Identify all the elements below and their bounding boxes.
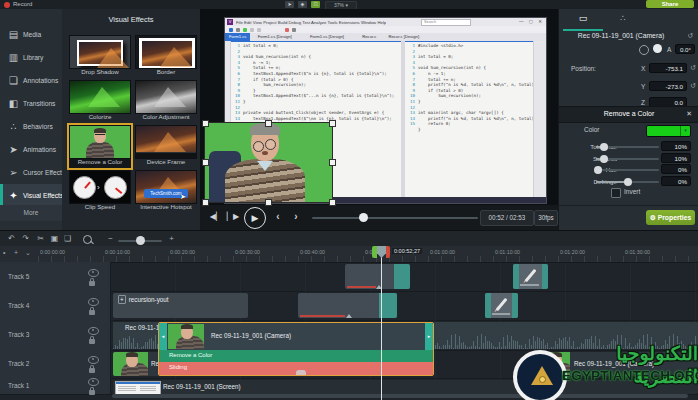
chevron-down-icon[interactable]: ▾ <box>680 126 690 136</box>
clip-handle[interactable] <box>512 293 518 318</box>
drag-grip[interactable] <box>296 370 306 375</box>
y-reset-icon[interactable]: ↺ <box>690 82 696 90</box>
sidebar-item-media[interactable]: ▤Media <box>0 23 62 46</box>
clip-camera-selected[interactable]: Rec 09-11-19_001 (Camera)◂▸Remove a Colo… <box>158 322 434 376</box>
crop-tool-icon[interactable]: ⊡ <box>311 1 320 8</box>
chevron-down-icon[interactable]: ⌄ <box>25 249 31 257</box>
zoom-timeline-icon[interactable] <box>83 235 92 244</box>
clip-trim-handle-left[interactable]: ◂ <box>159 323 167 350</box>
eye-icon[interactable] <box>88 269 99 277</box>
properties-button[interactable]: ⚙ Properties <box>646 210 695 225</box>
undo-icon[interactable]: ↶ <box>5 233 18 245</box>
rotation-knob[interactable] <box>653 44 662 53</box>
playhead-out-handle[interactable] <box>386 246 390 258</box>
lock-icon[interactable] <box>89 368 95 373</box>
copy-icon[interactable]: ▣ <box>48 233 61 245</box>
tolerance-slider[interactable] <box>596 146 659 148</box>
record-icon[interactable] <box>4 2 10 8</box>
y-field[interactable]: -273.0 <box>649 81 687 91</box>
magnet-tool-icon[interactable]: ◈ <box>298 1 307 8</box>
clip-screen[interactable]: Rec 09-11-19_001 (Screen) <box>113 380 698 394</box>
slider-knob[interactable] <box>594 166 602 174</box>
effect-item-clock[interactable]: ›Clip Speed <box>69 170 131 213</box>
horizontal-scrollbar[interactable] <box>112 394 688 398</box>
reset-all-icon[interactable]: ↺ <box>687 32 693 40</box>
eye-icon[interactable] <box>88 298 99 306</box>
effect-item-remove-color[interactable]: Remove a Color <box>69 125 131 168</box>
paste-icon[interactable]: ❏ <box>61 233 74 245</box>
clip-track4-image[interactable] <box>485 293 518 318</box>
selection-handle[interactable] <box>265 199 272 206</box>
sidebar-item-annotations[interactable]: ❏Annotations <box>0 69 62 92</box>
selection-handle[interactable] <box>202 159 209 166</box>
sidebar-item-animations[interactable]: ➤Animations <box>0 138 62 161</box>
play-button[interactable]: ▶ <box>244 207 266 229</box>
step-back-button[interactable]: ◀▏ <box>208 210 224 224</box>
tab-behaviors-properties[interactable]: ∴ <box>603 13 643 29</box>
slider-knob[interactable] <box>600 155 608 163</box>
redo-icon[interactable]: ↷ <box>19 233 32 245</box>
effect-item-hotspot[interactable]: TechSmith.com➤Interactive Hotspot <box>135 170 197 213</box>
hue-slider[interactable] <box>596 169 659 171</box>
selection-handle[interactable] <box>265 120 272 127</box>
lock-icon[interactable] <box>89 310 95 315</box>
tab-transform-properties[interactable]: ▭ <box>563 13 603 31</box>
effect-item-coloradj[interactable]: Color Adjustment <box>135 80 197 123</box>
lock-icon[interactable] <box>89 390 95 395</box>
timeline-ruler[interactable]: • + ⌄ 0:00:00:000:00:10:000:00:20:000:00… <box>0 246 698 263</box>
x-reset-icon[interactable]: ↺ <box>690 64 696 72</box>
playhead-line[interactable] <box>381 246 382 400</box>
effect-item-border[interactable]: Border <box>135 35 197 78</box>
rotation-field[interactable]: 0.0° <box>675 44 695 54</box>
clip-handle[interactable] <box>542 264 548 289</box>
effect-item-device[interactable]: Device Frame <box>135 125 197 168</box>
add-track-icon[interactable]: + <box>14 249 18 256</box>
scrubber-track[interactable] <box>312 217 478 219</box>
slider-value-field[interactable]: 0% <box>661 164 691 174</box>
slider-value-field[interactable]: 10% <box>661 153 691 163</box>
x-field[interactable]: -753.1 <box>649 63 687 73</box>
scrubber-handle[interactable] <box>359 213 368 222</box>
sidebar-item-library[interactable]: ▥Library <box>0 46 62 69</box>
clip-trim-handle-right[interactable]: ▸ <box>425 323 433 350</box>
softness-slider[interactable] <box>596 158 659 160</box>
sidebar-item-cursor-effects[interactable]: ➢Cursor Effects <box>0 161 62 184</box>
timeline-zoom-knob[interactable] <box>136 236 145 245</box>
selection-handle[interactable] <box>329 159 336 166</box>
record-label[interactable]: Record <box>13 1 32 7</box>
effect-item-colorize[interactable]: Colorize <box>69 80 131 123</box>
step-forward-button[interactable]: ▏▶ <box>225 210 241 224</box>
clip-handle[interactable] <box>485 293 491 318</box>
camera-overlay[interactable] <box>205 123 332 202</box>
eye-icon[interactable] <box>88 356 99 364</box>
effect-item-drop-shadow[interactable]: Drop Shadow <box>69 35 131 78</box>
sidebar-more-button[interactable]: More <box>0 205 62 221</box>
clip-camera-right[interactable]: Rec 09-11-19_001 (Camera) <box>538 352 698 376</box>
selection-handle[interactable] <box>202 199 209 206</box>
clip-recursion[interactable]: +recursion-yout <box>113 293 248 318</box>
clip-track5-image[interactable] <box>513 264 548 289</box>
lock-icon[interactable] <box>89 339 95 344</box>
cursor-tool-icon[interactable]: ➤ <box>285 1 294 8</box>
previous-marker-button[interactable]: ‹ <box>270 210 286 224</box>
eye-icon[interactable] <box>88 378 99 386</box>
rotation-dial-icon[interactable] <box>639 45 649 55</box>
clip-track5-media[interactable] <box>345 264 410 289</box>
eye-icon[interactable] <box>88 327 99 335</box>
share-button[interactable]: Share <box>646 0 694 8</box>
slider-knob[interactable] <box>624 178 632 186</box>
sidebar-item-behaviors[interactable]: ∴Behaviors <box>0 115 62 138</box>
invert-checkbox[interactable] <box>611 188 621 198</box>
selection-handle[interactable] <box>202 120 209 127</box>
next-marker-button[interactable]: › <box>288 210 304 224</box>
cut-icon[interactable]: ✂ <box>34 233 47 245</box>
lock-icon[interactable] <box>89 281 95 286</box>
playhead-in-handle[interactable] <box>372 246 377 258</box>
selection-handle[interactable] <box>329 120 336 127</box>
effect-bar-remove-color[interactable]: Remove a Color <box>159 350 433 362</box>
marker-icon[interactable]: • <box>3 249 5 256</box>
clip-track4-media[interactable] <box>298 293 397 318</box>
color-swatch[interactable]: ▾ <box>646 125 691 137</box>
zoom-out-button[interactable]: − <box>104 233 117 245</box>
defringe-slider[interactable] <box>596 181 659 183</box>
